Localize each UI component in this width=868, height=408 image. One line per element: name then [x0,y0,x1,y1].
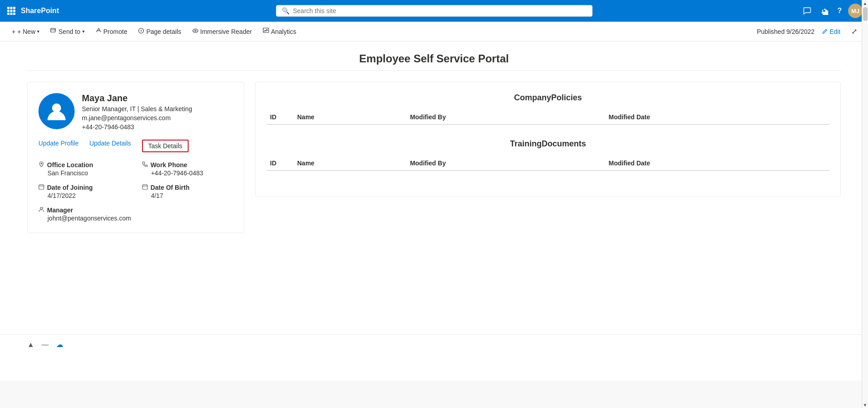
svg-rect-6 [7,13,9,15]
office-location-value: San Francisco [38,169,131,177]
avatar[interactable]: MJ [848,4,863,18]
send-to-chevron: ▾ [82,29,85,34]
bottom-bar: ▲ — ☁ [0,334,868,354]
profile-header: Maya Jane Senior Manager, IT | Sales & M… [38,93,233,131]
date-birth-label: Date Of Birth [142,184,233,191]
avatar-initials: MJ [851,8,859,14]
promote-button[interactable]: Promote [91,26,132,37]
send-to-icon [50,28,57,35]
date-joining-label: Date of Joining [38,184,131,191]
manager-label: Manager [38,206,131,214]
company-policies-title: CompanyPolicies [266,93,830,103]
bottom-icon-3[interactable]: ☁ [56,340,63,349]
top-navigation: SharePoint 🔍 ? MJ [0,0,868,22]
svg-rect-7 [10,13,13,15]
update-details-link[interactable]: Update Details [90,140,131,152]
office-location-field: Office Location San Francisco [38,161,131,177]
page-details-icon [138,28,144,35]
immersive-reader-button[interactable]: Immersive Reader [188,26,256,37]
profile-actions: Update Profile Update Details Task Detai… [38,140,233,152]
date-joining-value: 4/17/2022 [38,192,131,199]
immersive-reader-icon [192,28,199,35]
col-id-header: ID [266,156,294,171]
location-icon [38,161,44,169]
new-button[interactable]: + + New ▾ [7,26,44,37]
table-header-row: ID Name Modified By Modified Date [266,156,830,171]
training-documents-title: TrainingDocuments [266,139,830,149]
svg-point-14 [41,163,42,164]
scroll-thumb[interactable] [863,7,868,21]
documents-card: CompanyPolicies ID Name Modified By Modi… [255,82,841,197]
profile-name: Maya Jane [82,93,233,103]
profile-card: Maya Jane Senior Manager, IT | Sales & M… [27,82,244,233]
svg-rect-15 [39,185,44,189]
search-icon: 🔍 [282,7,289,14]
main-grid: Maya Jane Senior Manager, IT | Sales & M… [0,71,868,244]
date-joining-field: Date of Joining 4/17/2022 [38,184,131,199]
svg-rect-2 [13,7,15,9]
bottom-icon-2[interactable]: — [42,341,49,349]
col-name-header: Name [294,156,406,171]
new-label: + New [17,28,35,35]
collapse-icon: ⤢ [851,28,857,35]
col-modified-date-header: Modified Date [605,156,830,171]
calendar2-icon [142,184,148,191]
promote-label: Promote [104,28,128,35]
analytics-icon [263,28,269,35]
new-icon: + [12,28,15,35]
published-status: Published 9/26/2022 [757,28,815,35]
edit-button[interactable]: Edit [818,26,844,37]
send-to-label: Send to [58,28,80,35]
svg-rect-0 [7,7,9,9]
search-bar: 🔍 [276,5,593,17]
phone-icon [142,161,148,169]
help-icon-button[interactable]: ? [835,5,844,17]
task-details-button[interactable]: Task Details [142,140,189,152]
chat-icon-button[interactable] [800,5,814,17]
profile-avatar [38,93,75,129]
table-header-row: ID Name Modified By Modified Date [266,110,830,125]
col-id-header: ID [266,110,294,125]
collapse-button[interactable]: ⤢ [848,25,861,38]
scroll-up-arrow[interactable]: ▲ [862,0,868,6]
analytics-button[interactable]: Analytics [258,26,301,37]
col-name-header: Name [294,110,406,125]
send-to-button[interactable]: Send to ▾ [46,26,89,37]
training-documents-section: TrainingDocuments ID Name Modified By Mo… [266,139,830,171]
new-chevron: ▾ [37,29,39,34]
col-modified-by-header: Modified By [406,156,605,171]
work-phone-label: Work Phone [142,161,233,169]
manager-value: johnt@pentagonservices.com [38,215,131,222]
profile-email: m.jane@pentagonservices.com [82,114,233,122]
command-bar: + + New ▾ Send to ▾ Promote [0,22,868,42]
bottom-icon-1[interactable]: ▲ [27,341,34,349]
profile-info: Maya Jane Senior Manager, IT | Sales & M… [82,93,233,131]
svg-point-11 [194,30,196,32]
page-title-area: Employee Self Service Portal [27,42,841,71]
page-details-button[interactable]: Page details [133,26,185,37]
svg-rect-12 [263,28,269,33]
company-policies-table: ID Name Modified By Modified Date [266,110,830,125]
office-location-label: Office Location [38,161,131,169]
nav-right-icons: ? MJ [800,4,863,18]
page-details-label: Page details [146,28,181,35]
manager-icon [38,206,44,214]
edit-label: Edit [830,28,840,35]
svg-point-17 [40,207,43,210]
svg-rect-4 [10,10,13,12]
scrollbar[interactable]: ▲ ▼ [862,0,868,408]
waffle-icon[interactable] [5,5,17,17]
date-birth-field: Date Of Birth 4/17 [142,184,233,199]
profile-fields: Office Location San Francisco [38,161,233,222]
search-input[interactable] [293,7,587,14]
scroll-down-arrow[interactable]: ▼ [862,402,868,408]
training-documents-table: ID Name Modified By Modified Date [266,156,830,171]
update-profile-link[interactable]: Update Profile [38,140,79,152]
svg-rect-9 [51,28,55,32]
date-birth-value: 4/17 [142,192,233,199]
profile-job-title: Senior Manager, IT | Sales & Marketing [82,105,233,113]
svg-rect-3 [7,10,9,12]
svg-rect-16 [142,185,147,189]
settings-icon-button[interactable] [817,5,831,17]
sharepoint-logo: SharePoint [21,7,59,15]
